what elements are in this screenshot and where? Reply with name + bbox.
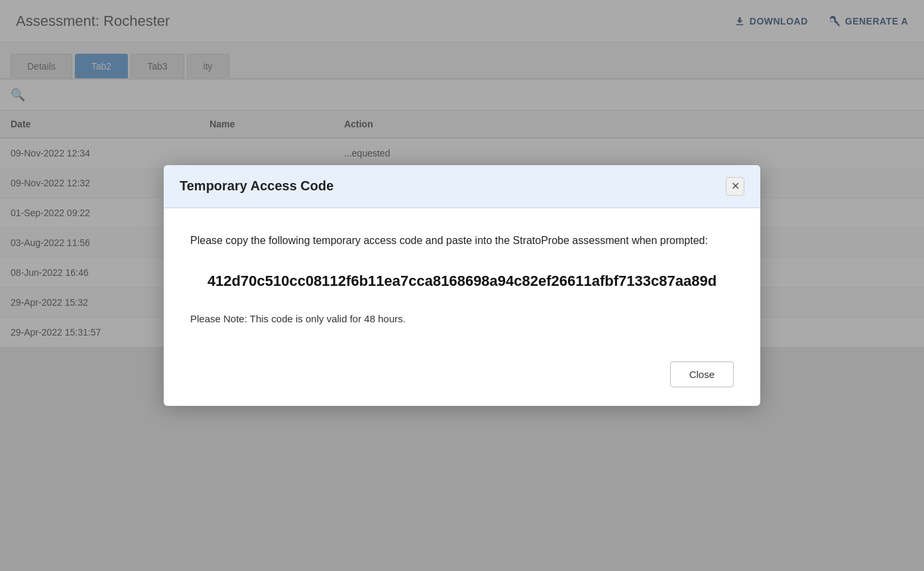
modal-overlay: Temporary Access Code ✕ Please copy the … xyxy=(0,0,924,571)
close-button[interactable]: Close xyxy=(670,361,734,387)
modal-title: Temporary Access Code xyxy=(180,178,333,194)
modal-description: Please copy the following temporary acce… xyxy=(190,232,734,249)
modal-close-x-button[interactable]: ✕ xyxy=(726,177,744,196)
page-background: Assessment: Rochester DOWNLOAD GENERATE … xyxy=(0,0,924,571)
modal-header: Temporary Access Code ✕ xyxy=(164,165,760,208)
modal-body: Please copy the following temporary acce… xyxy=(164,208,760,362)
modal-footer: Close xyxy=(164,361,760,406)
modal-note: Please Note: This code is only valid for… xyxy=(190,313,734,324)
access-code-display: 412d70c510cc08112f6b11ea7cca8168698a94c8… xyxy=(190,270,734,292)
modal-dialog: Temporary Access Code ✕ Please copy the … xyxy=(164,165,760,407)
